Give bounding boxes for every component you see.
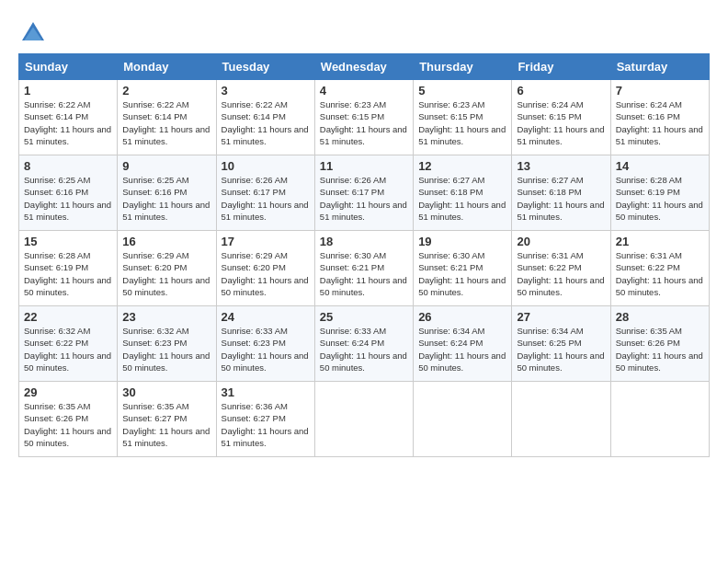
day-cell-27: 27 Sunrise: 6:34 AM Sunset: 6:25 PM Dayl… <box>512 306 610 382</box>
week-row-1: 1 Sunrise: 6:22 AM Sunset: 6:14 PM Dayli… <box>19 80 710 155</box>
day-cell-2: 2 Sunrise: 6:22 AM Sunset: 6:14 PM Dayli… <box>118 80 216 155</box>
day-number: 16 <box>122 235 210 248</box>
day-info: Sunrise: 6:25 AM Sunset: 6:16 PM Dayligh… <box>24 174 112 223</box>
day-info: Sunrise: 6:24 AM Sunset: 6:16 PM Dayligh… <box>616 98 704 147</box>
day-number: 7 <box>616 84 704 98</box>
day-info: Sunrise: 6:33 AM Sunset: 6:23 PM Dayligh… <box>222 325 310 373</box>
col-header-thursday: Thursday <box>414 54 512 80</box>
day-number: 29 <box>24 385 112 399</box>
day-info: Sunrise: 6:32 AM Sunset: 6:23 PM Dayligh… <box>122 325 210 373</box>
header-row: SundayMondayTuesdayWednesdayThursdayFrid… <box>19 54 710 80</box>
day-number: 5 <box>418 84 506 98</box>
col-header-wednesday: Wednesday <box>314 54 413 80</box>
day-number: 18 <box>320 235 408 248</box>
day-number: 31 <box>222 385 310 399</box>
day-cell-31: 31 Sunrise: 6:36 AM Sunset: 6:27 PM Dayl… <box>216 382 314 457</box>
day-cell-28: 28 Sunrise: 6:35 AM Sunset: 6:26 PM Dayl… <box>610 306 709 382</box>
day-cell-17: 17 Sunrise: 6:29 AM Sunset: 6:20 PM Dayl… <box>216 231 314 306</box>
day-cell-26: 26 Sunrise: 6:34 AM Sunset: 6:24 PM Dayl… <box>414 306 512 382</box>
day-cell-23: 23 Sunrise: 6:32 AM Sunset: 6:23 PM Dayl… <box>118 306 216 382</box>
day-cell-11: 11 Sunrise: 6:26 AM Sunset: 6:17 PM Dayl… <box>314 155 413 231</box>
week-row-5: 29 Sunrise: 6:35 AM Sunset: 6:26 PM Dayl… <box>19 382 710 457</box>
col-header-saturday: Saturday <box>610 54 709 80</box>
day-info: Sunrise: 6:35 AM Sunset: 6:27 PM Dayligh… <box>122 400 210 449</box>
day-number: 26 <box>418 310 506 324</box>
day-number: 8 <box>24 159 112 173</box>
day-number: 19 <box>418 235 506 248</box>
day-cell-7: 7 Sunrise: 6:24 AM Sunset: 6:16 PM Dayli… <box>610 80 709 155</box>
logo <box>18 18 51 48</box>
day-number: 24 <box>222 310 310 324</box>
day-cell-6: 6 Sunrise: 6:24 AM Sunset: 6:15 PM Dayli… <box>512 80 610 155</box>
empty-cell <box>512 382 610 457</box>
day-number: 10 <box>222 159 310 173</box>
day-info: Sunrise: 6:26 AM Sunset: 6:17 PM Dayligh… <box>320 174 408 223</box>
day-info: Sunrise: 6:23 AM Sunset: 6:15 PM Dayligh… <box>418 98 506 147</box>
day-info: Sunrise: 6:35 AM Sunset: 6:26 PM Dayligh… <box>616 325 704 373</box>
day-cell-3: 3 Sunrise: 6:22 AM Sunset: 6:14 PM Dayli… <box>216 80 314 155</box>
day-info: Sunrise: 6:34 AM Sunset: 6:25 PM Dayligh… <box>517 325 605 373</box>
day-info: Sunrise: 6:29 AM Sunset: 6:20 PM Dayligh… <box>122 249 210 298</box>
day-number: 6 <box>517 84 605 98</box>
day-number: 28 <box>616 310 704 324</box>
day-number: 4 <box>320 84 408 98</box>
day-number: 12 <box>418 159 506 173</box>
day-info: Sunrise: 6:30 AM Sunset: 6:21 PM Dayligh… <box>418 249 506 298</box>
day-number: 22 <box>24 310 112 324</box>
col-header-sunday: Sunday <box>19 54 118 80</box>
day-info: Sunrise: 6:29 AM Sunset: 6:20 PM Dayligh… <box>222 249 310 298</box>
day-info: Sunrise: 6:30 AM Sunset: 6:21 PM Dayligh… <box>320 249 408 298</box>
day-cell-21: 21 Sunrise: 6:31 AM Sunset: 6:22 PM Dayl… <box>610 231 709 306</box>
day-cell-30: 30 Sunrise: 6:35 AM Sunset: 6:27 PM Dayl… <box>118 382 216 457</box>
day-info: Sunrise: 6:33 AM Sunset: 6:24 PM Dayligh… <box>320 325 408 373</box>
day-number: 11 <box>320 159 408 173</box>
day-number: 2 <box>122 84 210 98</box>
day-info: Sunrise: 6:31 AM Sunset: 6:22 PM Dayligh… <box>517 249 605 298</box>
day-cell-16: 16 Sunrise: 6:29 AM Sunset: 6:20 PM Dayl… <box>118 231 216 306</box>
day-cell-24: 24 Sunrise: 6:33 AM Sunset: 6:23 PM Dayl… <box>216 306 314 382</box>
day-cell-22: 22 Sunrise: 6:32 AM Sunset: 6:22 PM Dayl… <box>19 306 118 382</box>
day-number: 27 <box>517 310 605 324</box>
day-cell-12: 12 Sunrise: 6:27 AM Sunset: 6:18 PM Dayl… <box>414 155 512 231</box>
empty-cell <box>610 382 709 457</box>
day-cell-13: 13 Sunrise: 6:27 AM Sunset: 6:18 PM Dayl… <box>512 155 610 231</box>
day-cell-15: 15 Sunrise: 6:28 AM Sunset: 6:19 PM Dayl… <box>19 231 118 306</box>
day-info: Sunrise: 6:34 AM Sunset: 6:24 PM Dayligh… <box>418 325 506 373</box>
week-row-4: 22 Sunrise: 6:32 AM Sunset: 6:22 PM Dayl… <box>19 306 710 382</box>
day-number: 3 <box>222 84 310 98</box>
day-info: Sunrise: 6:36 AM Sunset: 6:27 PM Dayligh… <box>222 400 310 449</box>
day-cell-1: 1 Sunrise: 6:22 AM Sunset: 6:14 PM Dayli… <box>19 80 118 155</box>
day-info: Sunrise: 6:23 AM Sunset: 6:15 PM Dayligh… <box>320 98 408 147</box>
day-cell-19: 19 Sunrise: 6:30 AM Sunset: 6:21 PM Dayl… <box>414 231 512 306</box>
day-cell-4: 4 Sunrise: 6:23 AM Sunset: 6:15 PM Dayli… <box>314 80 413 155</box>
day-info: Sunrise: 6:31 AM Sunset: 6:22 PM Dayligh… <box>616 249 704 298</box>
day-cell-5: 5 Sunrise: 6:23 AM Sunset: 6:15 PM Dayli… <box>414 80 512 155</box>
day-info: Sunrise: 6:25 AM Sunset: 6:16 PM Dayligh… <box>122 174 210 223</box>
day-info: Sunrise: 6:26 AM Sunset: 6:17 PM Dayligh… <box>222 174 310 223</box>
col-header-friday: Friday <box>512 54 610 80</box>
day-cell-29: 29 Sunrise: 6:35 AM Sunset: 6:26 PM Dayl… <box>19 382 118 457</box>
day-number: 15 <box>24 235 112 248</box>
day-number: 14 <box>616 159 704 173</box>
day-info: Sunrise: 6:28 AM Sunset: 6:19 PM Dayligh… <box>616 174 704 223</box>
day-info: Sunrise: 6:24 AM Sunset: 6:15 PM Dayligh… <box>517 98 605 147</box>
day-info: Sunrise: 6:22 AM Sunset: 6:14 PM Dayligh… <box>24 98 112 147</box>
day-number: 13 <box>517 159 605 173</box>
day-info: Sunrise: 6:28 AM Sunset: 6:19 PM Dayligh… <box>24 249 112 298</box>
week-row-2: 8 Sunrise: 6:25 AM Sunset: 6:16 PM Dayli… <box>19 155 710 231</box>
day-number: 1 <box>24 84 112 98</box>
day-number: 30 <box>122 385 210 399</box>
day-info: Sunrise: 6:22 AM Sunset: 6:14 PM Dayligh… <box>122 98 210 147</box>
day-number: 17 <box>222 235 310 248</box>
day-info: Sunrise: 6:32 AM Sunset: 6:22 PM Dayligh… <box>24 325 112 373</box>
day-info: Sunrise: 6:27 AM Sunset: 6:18 PM Dayligh… <box>517 174 605 223</box>
empty-cell <box>414 382 512 457</box>
day-cell-20: 20 Sunrise: 6:31 AM Sunset: 6:22 PM Dayl… <box>512 231 610 306</box>
day-info: Sunrise: 6:22 AM Sunset: 6:14 PM Dayligh… <box>222 98 310 147</box>
col-header-monday: Monday <box>118 54 216 80</box>
day-cell-14: 14 Sunrise: 6:28 AM Sunset: 6:19 PM Dayl… <box>610 155 709 231</box>
day-number: 20 <box>517 235 605 248</box>
day-number: 23 <box>122 310 210 324</box>
day-cell-10: 10 Sunrise: 6:26 AM Sunset: 6:17 PM Dayl… <box>216 155 314 231</box>
logo-icon <box>18 18 48 48</box>
